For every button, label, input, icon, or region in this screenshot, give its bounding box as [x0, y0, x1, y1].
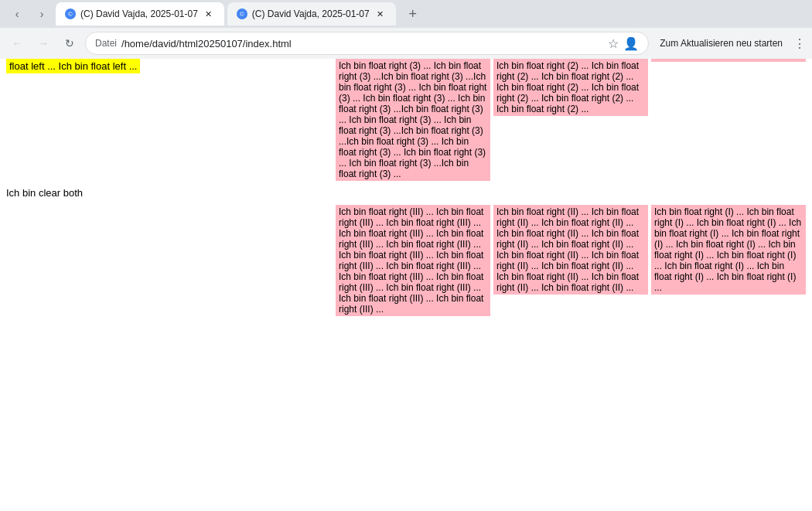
- page-content: Ich bin float right (2) ... Ich bin floa…: [0, 59, 812, 511]
- float-right-box-1: Ich bin float right (3) ... Ich bin floa…: [336, 59, 490, 181]
- profile-icon[interactable]: 👤: [623, 36, 639, 51]
- float-right-2-text: Ich bin float right (2) ... Ich bin floa…: [496, 60, 639, 114]
- first-section: Ich bin float right (2) ... Ich bin floa…: [0, 59, 812, 181]
- address-text: /home/david/html20250107/index.html: [121, 38, 603, 49]
- clear-both-label: Ich bin clear both: [6, 187, 83, 199]
- toolbar: ← → ↻ Datei /home/david/html20250107/ind…: [0, 28, 812, 59]
- title-bar: ‹ › © (C) David Vajda, 2025-01-07 ✕ © (C…: [0, 0, 812, 28]
- tab-2-favicon: ©: [237, 9, 247, 19]
- float-right-box-2: Ich bin float right (2) ... Ich bin floa…: [493, 59, 648, 116]
- bookmark-icon[interactable]: ☆: [608, 36, 619, 51]
- tab-forward-button[interactable]: ›: [31, 3, 53, 25]
- float-right-box-3: [651, 59, 806, 62]
- float-right-II-box: Ich bin float right (II) ... Ich bin flo…: [493, 205, 648, 295]
- new-tab-button[interactable]: +: [402, 3, 424, 25]
- tab-back-button[interactable]: ‹: [6, 3, 28, 25]
- tab-1-favicon: ©: [65, 9, 76, 19]
- float-right-III-text: Ich bin float right (III) ... Ich bin fl…: [339, 206, 483, 315]
- float-right-1-text: Ich bin float right (3) ... Ich bin floa…: [339, 60, 486, 179]
- protocol-label: Datei: [95, 38, 117, 49]
- clear-both-text: Ich bin clear both: [0, 181, 812, 205]
- float-right-II-text: Ich bin float right (II) ... Ich bin flo…: [496, 206, 639, 293]
- float-right-III-box: Ich bin float right (III) ... Ich bin fl…: [336, 205, 490, 316]
- address-bar[interactable]: Datei /home/david/html20250107/index.htm…: [85, 32, 649, 55]
- float-right-I-text: Ich bin float right (I) ... Ich bin floa…: [654, 206, 801, 293]
- tab-2-close[interactable]: ✕: [374, 8, 387, 20]
- float-left-box: float left ... Ich bin float left ...: [6, 59, 140, 73]
- tab-1-title: (C) David Vajda, 2025-01-07: [80, 9, 198, 19]
- float-right-I-box: Ich bin float right (I) ... Ich bin floa…: [651, 205, 806, 295]
- float-left-text: float left ... Ich bin float left ...: [9, 60, 137, 72]
- tab-2-title: (C) David Vajda, 2025-01-07: [252, 9, 370, 19]
- second-section: Ich bin float right (I) ... Ich bin floa…: [0, 205, 812, 316]
- forward-button[interactable]: →: [32, 32, 54, 54]
- tab-1-close[interactable]: ✕: [203, 8, 215, 20]
- tab-1[interactable]: © (C) David Vajda, 2025-01-07 ✕: [56, 2, 224, 26]
- back-button[interactable]: ←: [6, 32, 28, 54]
- tab-2[interactable]: © (C) David Vajda, 2025-01-07 ✕: [227, 2, 396, 26]
- reload-button[interactable]: ↻: [59, 32, 80, 54]
- update-button[interactable]: Zum Aktualisieren neu starten: [653, 35, 789, 52]
- menu-button[interactable]: ⋮: [793, 36, 806, 51]
